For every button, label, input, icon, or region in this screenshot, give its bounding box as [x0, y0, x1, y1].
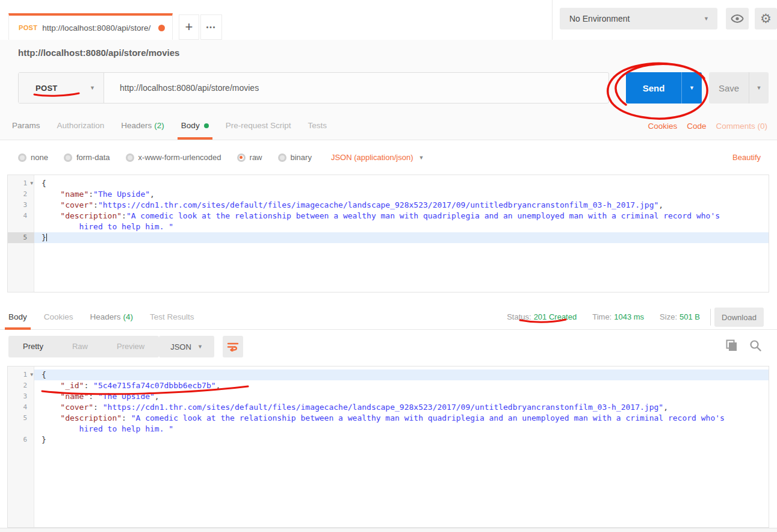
- view-preview[interactable]: Preview: [102, 336, 159, 357]
- body-mode-raw[interactable]: raw: [237, 153, 262, 162]
- code-text: hired to help him. ": [34, 424, 769, 435]
- chevron-down-icon: ▼: [418, 155, 424, 161]
- comments-link[interactable]: Comments (0): [716, 122, 767, 131]
- header-divider: [552, 0, 553, 40]
- wrap-lines-icon: [227, 342, 239, 351]
- request-tab-title: http://localhost:8080/api/store/: [42, 23, 155, 32]
- environment-label: No Environment: [569, 14, 630, 23]
- body-mode-row: noneform-datax-www-form-urlencodedrawbin…: [0, 140, 777, 175]
- meta-value: 1043 ms: [614, 312, 644, 321]
- radio-icon: [64, 153, 72, 162]
- mode-label: form-data: [76, 153, 110, 162]
- meta-value: 501 B: [679, 312, 700, 321]
- body-mode-none[interactable]: none: [18, 153, 48, 162]
- line-number: [8, 221, 34, 232]
- text-cursor: [46, 234, 48, 241]
- download-button[interactable]: Download: [714, 308, 764, 327]
- view-pretty[interactable]: Pretty: [8, 336, 58, 357]
- request-links: Cookies Code Comments (0): [648, 112, 767, 140]
- tab-headers[interactable]: Headers(4): [82, 304, 142, 330]
- request-body-editor[interactable]: 1▼{2 "name":"The Upside",3 "cover":"http…: [7, 175, 769, 292]
- response-meta: Status:201 CreatedTime:1043 msSize:501 B: [507, 304, 700, 330]
- tab-cookies[interactable]: Cookies: [36, 304, 82, 330]
- body-mode-radios: noneform-datax-www-form-urlencodedrawbin…: [18, 153, 327, 162]
- body-mode-form-data[interactable]: form-data: [64, 153, 110, 162]
- fold-caret-icon[interactable]: ▼: [30, 370, 33, 380]
- copy-icon: [726, 339, 737, 351]
- new-tab-button[interactable]: +: [179, 14, 199, 40]
- settings-button[interactable]: ⚙: [755, 8, 777, 29]
- url-bar: POST ▼ http://localhost:8080/api/store/m…: [18, 72, 609, 104]
- request-tab[interactable]: POST http://localhost:8080/api/store/: [8, 13, 173, 40]
- tab-label: Headers: [90, 312, 121, 321]
- tab-test-results[interactable]: Test Results: [141, 304, 203, 330]
- send-button[interactable]: Send ▼: [626, 72, 702, 104]
- tab-tests[interactable]: Tests: [299, 112, 335, 140]
- response-header: BodyCookiesHeaders(4)Test Results Status…: [0, 304, 777, 330]
- save-options-caret[interactable]: ▼: [749, 72, 769, 104]
- code-link[interactable]: Code: [687, 122, 706, 131]
- content-type-label: JSON (application/json): [331, 153, 413, 162]
- chevron-down-icon: ▼: [704, 16, 709, 22]
- line-number: 3: [8, 391, 34, 402]
- meta-label: Time:: [592, 312, 611, 321]
- code-text: }: [34, 232, 769, 243]
- tab-body[interactable]: Body: [173, 112, 217, 140]
- line-number: 6: [8, 435, 34, 445]
- copy-response-button[interactable]: [726, 339, 737, 354]
- tab-headers[interactable]: Headers(2): [113, 112, 173, 140]
- tab-params[interactable]: Params: [4, 112, 49, 140]
- environment-quick-look-button[interactable]: [726, 8, 749, 29]
- method-select[interactable]: POST ▼: [19, 73, 104, 103]
- tab-label: Test Results: [150, 312, 194, 321]
- environment-select[interactable]: No Environment ▼: [560, 8, 717, 29]
- editor-line: 3 "cover":"https://cdn1.thr.com/sites/de…: [8, 200, 769, 211]
- tab-pre-request-script[interactable]: Pre-request Script: [217, 112, 300, 140]
- line-number: 5: [8, 413, 34, 424]
- view-raw[interactable]: Raw: [58, 336, 102, 357]
- eye-icon: [731, 14, 744, 23]
- radio-icon: [18, 153, 26, 162]
- wrap-lines-button[interactable]: [223, 336, 243, 357]
- response-view-switch: PrettyRawPreview: [8, 336, 159, 357]
- radio-icon: [126, 153, 134, 162]
- tab-body[interactable]: Body: [0, 304, 36, 330]
- meta-time: Time:1043 ms: [592, 312, 644, 321]
- beautify-link[interactable]: Beautify: [732, 153, 761, 162]
- chevron-down-icon: ▼: [90, 85, 95, 91]
- mode-label: x-www-form-urlencoded: [138, 153, 221, 162]
- cookies-link[interactable]: Cookies: [648, 122, 677, 131]
- meta-status: Status:201 Created: [507, 312, 577, 321]
- tab-count-badge: (4): [123, 312, 134, 321]
- tab-label: Tests: [308, 121, 327, 130]
- code-text: "_id": "5c4e715fa74c07dbbb6ecb7b",: [34, 380, 769, 391]
- response-format-select[interactable]: JSON ▼: [159, 336, 214, 357]
- body-mode-binary[interactable]: binary: [278, 153, 312, 162]
- fold-caret-icon[interactable]: ▼: [30, 178, 33, 189]
- tab-label: Cookies: [44, 312, 73, 321]
- tab-count-badge: (2): [154, 121, 164, 130]
- url-input[interactable]: http://localhost:8080/api/store/movies: [104, 73, 608, 103]
- code-text: "description":"A comedic look at the rel…: [34, 211, 769, 221]
- send-options-caret[interactable]: ▼: [681, 72, 702, 104]
- tab-authorization[interactable]: Authorization: [49, 112, 113, 140]
- request-tab-method: POST: [19, 24, 37, 31]
- more-tabs-button[interactable]: •••: [200, 14, 222, 40]
- content-type-select[interactable]: JSON (application/json) ▼: [331, 153, 424, 162]
- tab-label: Body: [8, 312, 27, 321]
- radio-icon: [278, 153, 286, 162]
- bottom-scroll-strip[interactable]: [0, 528, 777, 532]
- meta-label: Status:: [507, 312, 531, 321]
- code-text: "cover":"https://cdn1.thr.com/sites/defa…: [34, 200, 769, 211]
- response-body-editor[interactable]: 1▼{2 "_id": "5c4e715fa74c07dbbb6ecb7b",3…: [7, 366, 769, 528]
- line-number: 4: [8, 211, 34, 221]
- green-dot-icon: [204, 123, 209, 128]
- editor-line: 6}: [8, 435, 769, 445]
- body-mode-x-www-form-urlencoded[interactable]: x-www-form-urlencoded: [126, 153, 221, 162]
- save-button[interactable]: Save ▼: [709, 72, 769, 104]
- mode-label: none: [31, 153, 48, 162]
- editor-line: 5}: [8, 232, 769, 243]
- meta-label: Size:: [660, 312, 677, 321]
- editor-line: 2 "_id": "5c4e715fa74c07dbbb6ecb7b",: [8, 380, 769, 391]
- search-response-button[interactable]: [749, 339, 761, 354]
